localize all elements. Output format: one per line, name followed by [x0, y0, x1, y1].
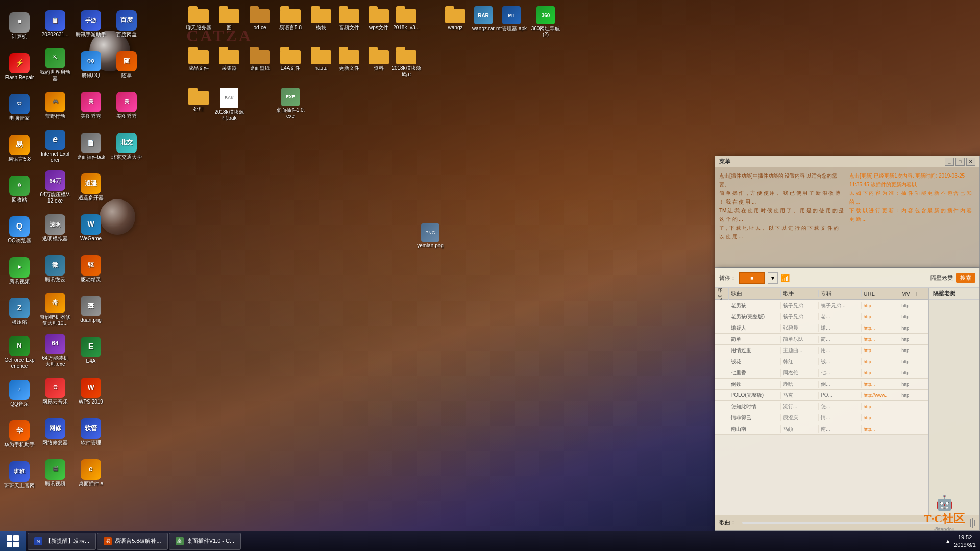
desktop-icon-huawei[interactable]: 华 华为手机助手: [2, 414, 37, 454]
file-collector[interactable]: 采集器: [212, 45, 247, 73]
desktop-icon-recycle[interactable]: ♻ 回收站: [2, 169, 37, 209]
row-album: 七...: [819, 369, 862, 377]
desktop-icon-bak[interactable]: 📄 桌面插件bak: [74, 127, 108, 166]
file-2018k[interactable]: 2018k_v3...: [389, 4, 424, 33]
music-row[interactable]: 老男孩 筷子兄弟 筷子兄弟... http... http: [715, 300, 928, 311]
row-song: 七里香: [729, 369, 781, 377]
desktop-icon-desktop-plugin-e[interactable]: e 桌面插件.e: [74, 453, 108, 493]
header-singer: 歌手: [781, 290, 819, 297]
text-panel-left: 点击[插件功能]中插件功能的 设置内容 以适合您的需要。 简 单 操 作 ，方 …: [719, 171, 845, 241]
desktop-icon-transparent[interactable]: 透明 透明模拟器: [38, 208, 72, 248]
music-row[interactable]: POLO(完整版) 马克 PO... http://www... http: [715, 390, 928, 401]
recycle-icon: ♻: [9, 176, 30, 196]
desktop-icon-meitu2[interactable]: 美 美图秀秀: [109, 86, 144, 126]
desktop-icon-my-world[interactable]: ⛏ 我的世界启动器: [38, 45, 72, 85]
music-row[interactable]: 老男孩(完整版) 筷子兄弟 老... http... http: [715, 311, 928, 322]
row-singer: 马克: [781, 392, 819, 399]
music-row[interactable]: 绒花 韩红 绒... http... http: [715, 356, 928, 367]
file-tu[interactable]: 图: [212, 4, 247, 33]
file-yuyan2[interactable]: 易语言5.8: [273, 4, 308, 33]
desktop-icon-wonder[interactable]: 奇 奇妙吧机器修复大师10...: [38, 290, 72, 330]
file-chuli[interactable]: 处理: [181, 86, 216, 114]
desktop-icon-driver[interactable]: 驱 驱动精灵: [74, 249, 108, 289]
desktop-icon-instant[interactable]: 随 随享: [109, 45, 144, 85]
driver-label: 驱动精灵: [81, 277, 101, 283]
desktop-icon-20202631[interactable]: 📋 20202631...: [38, 4, 72, 44]
file-360-nav[interactable]: 360 360网址导航(2): [528, 4, 563, 40]
desktop-icon-pc-manager[interactable]: 🛡 电脑管家: [2, 88, 37, 128]
desktop-icon-meitu[interactable]: 美 美图秀秀: [74, 86, 108, 126]
desktop-icon-64model[interactable]: 64万 64万能压模V.12.exe: [38, 167, 72, 207]
taskbar-item-xinwen[interactable]: N 【新提醒】发表...: [28, 533, 96, 550]
search-button[interactable]: 搜索: [956, 273, 975, 283]
desktop-icon-duan-png[interactable]: 🖼 duan.png: [74, 290, 108, 330]
desktop-icon-qq-browser[interactable]: Q QQ浏览器: [2, 210, 37, 250]
file-chengpin[interactable]: 成品文件: [181, 45, 216, 73]
desktop-icon-geforce[interactable]: N GeForce Experience: [2, 333, 37, 372]
desktop-icon-computer[interactable]: 🖥 计算机: [2, 6, 37, 46]
minimize-text-btn[interactable]: _: [945, 158, 954, 166]
music-row[interactable]: 嫌疑人 张碧晨 嫌... http... http: [715, 322, 928, 334]
music-row[interactable]: 南山南 马頔 南... http...: [715, 423, 928, 435]
desktop-icon-wangpan[interactable]: 百度 百度网盘: [109, 4, 144, 44]
desktop-icon-multi-opener[interactable]: 逍遥 逍遥多开器: [74, 167, 108, 207]
exe-file-icon: EXE: [281, 88, 300, 106]
desktop-icon-ie[interactable]: e Internet Explorer: [38, 127, 72, 166]
maximize-text-btn[interactable]: □: [955, 158, 965, 166]
taskbar-item-yuyan[interactable]: 易 易语言5.8破解补...: [97, 533, 167, 550]
file-collector-label: 采集器: [222, 65, 237, 71]
wyy-label: 网易云音乐: [42, 399, 68, 405]
desktop-icon-wegame[interactable]: W WeGame: [74, 208, 108, 248]
desktop-icon-jiankong[interactable]: 班班 班班天上官网: [2, 455, 37, 495]
file-od-ce-label: od-ce: [253, 24, 266, 31]
close-text-btn[interactable]: ✕: [966, 158, 975, 166]
music-row[interactable]: 情非得已 庾澄庆 情... http...: [715, 412, 928, 423]
desktop-icon-qq[interactable]: QQ 腾讯QQ: [74, 45, 108, 85]
file-mt-mgr[interactable]: MT mt管理器.apk: [494, 4, 529, 34]
desktop-icon-zip[interactable]: Z 极压缩: [2, 292, 37, 332]
desktop-icon-wps[interactable]: W WPS 2019: [74, 371, 108, 411]
desktop-icon-wild-action[interactable]: 🎮 荒野行动: [38, 86, 72, 126]
row-song: 南山南: [729, 425, 781, 433]
color-picker[interactable]: ■: [739, 272, 765, 284]
desktop-icon-yuyan[interactable]: 易 易语言5.8: [2, 129, 37, 168]
taskbar-item-plugin[interactable]: 桌 桌面插件V1.0 - C...: [169, 533, 241, 550]
file-chuli-label: 处理: [193, 106, 204, 112]
desktop-icon-giant-mod[interactable]: 64 64万能装机大师.exe: [38, 331, 72, 370]
row-album: 老...: [819, 313, 862, 320]
desktop-icon-wyy[interactable]: 云 网易云音乐: [38, 371, 72, 411]
desktop-icon-net-repair[interactable]: 网修 网络修复器: [38, 412, 72, 452]
file-yemian-png[interactable]: PNG yemian.png: [412, 223, 448, 249]
desktop-icon-e4a[interactable]: E E4A: [74, 331, 108, 370]
file-2018k-bak[interactable]: BAK 2018k模块源码.bak: [212, 86, 247, 123]
dropdown-arrow[interactable]: ▾: [768, 272, 778, 284]
desktop-icon-tencent-micro[interactable]: 微 腾讯微云: [38, 249, 72, 289]
desktop-icon-soft-mgr[interactable]: 软管 软件管理: [74, 412, 108, 452]
row-url: http...: [862, 337, 899, 342]
file-wallpaper[interactable]: 桌面壁纸: [242, 45, 277, 73]
desktop-icon-qq-music[interactable]: ♪ QQ音乐: [2, 373, 37, 413]
row-singer: 鹿晗: [781, 381, 819, 388]
desktop-icon-tencent-video[interactable]: ▶ 腾讯视频: [2, 251, 37, 291]
file-2018k-mod[interactable]: 2018k模块源码.e: [389, 45, 424, 80]
desktop-icon-tencent-video2[interactable]: 🎬 腾讯视频: [38, 453, 72, 493]
desktop-icon-bjtu[interactable]: 北交 北京交通大学: [109, 127, 144, 166]
wps-label: WPS 2019: [79, 399, 103, 405]
music-row[interactable]: 简单 简单乐队 简... http... http: [715, 334, 928, 345]
zip-label: 极压缩: [12, 319, 27, 325]
wifi-icon[interactable]: 📶: [781, 274, 790, 282]
file-e4a[interactable]: E4A文件: [273, 45, 308, 73]
desktop-icon-flash-repair[interactable]: ⚡ Flash Repair: [2, 47, 37, 87]
file-desktop-plugin-exe[interactable]: EXE 桌面插件1.0.exe: [273, 86, 308, 121]
row-song: 嫌疑人: [729, 324, 781, 332]
desktop-icon-game-helper[interactable]: 手游 腾讯手游助手: [74, 4, 108, 44]
music-row[interactable]: 怎知此时情 流行... 怎... http...: [715, 401, 928, 412]
music-row[interactable]: 用情过度 主题曲... 用... http... http: [715, 345, 928, 356]
music-row[interactable]: 倒数 鹿晗 倒... http... http: [715, 379, 928, 390]
row-mv: http: [899, 370, 914, 375]
logo-tr: [13, 535, 19, 541]
start-button[interactable]: [0, 531, 26, 552]
file-od-ce[interactable]: od-ce: [242, 4, 277, 33]
music-row[interactable]: 七里香 周杰伦 七... http... http: [715, 367, 928, 379]
file-chat-service[interactable]: 聊天服务器: [181, 4, 216, 33]
